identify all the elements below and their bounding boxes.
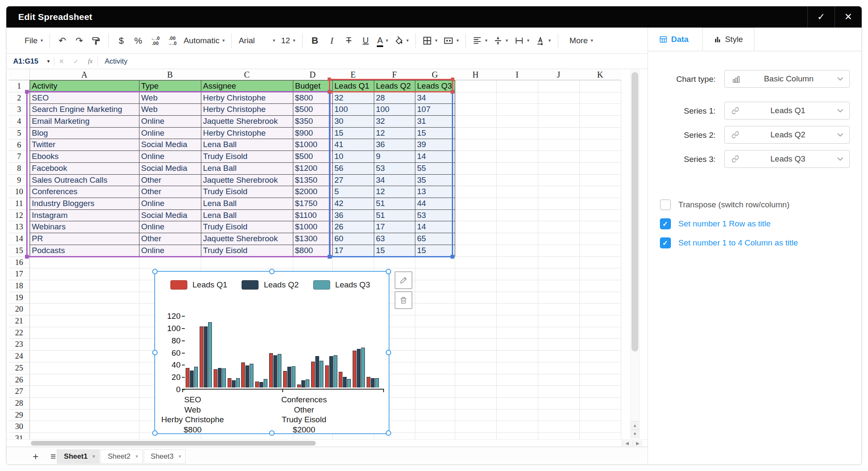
cell[interactable]: Online [139,245,201,257]
cell[interactable]: 30 [333,116,374,128]
chart-delete-button[interactable] [395,291,412,309]
cell[interactable]: Lena Ball [201,139,293,151]
row-header-7[interactable]: 7 [9,150,30,162]
number-format-dropdown[interactable]: Automatic▾ [184,32,225,49]
column-header-I[interactable]: I [496,69,538,80]
cell[interactable]: Social Media [139,210,201,222]
column-header-G[interactable]: G [415,69,455,80]
transpose-checkbox-row[interactable]: Transpose (switch row/column) [660,199,790,210]
row-header-11[interactable]: 11 [9,198,30,209]
cell[interactable]: 55 [415,163,455,175]
column-header-A[interactable]: A [30,69,139,80]
chart-resize-handle[interactable] [386,430,391,436]
paint-format-button[interactable] [91,32,102,49]
cell[interactable]: 36 [333,210,374,222]
cell[interactable]: Other [139,175,201,187]
cell[interactable]: Type [139,81,201,92]
cell[interactable]: 32 [374,116,415,128]
row-header-17[interactable]: 17 [9,268,30,280]
cell[interactable]: 107 [415,104,455,116]
cell[interactable]: Herby Christophe [201,128,293,139]
cell[interactable]: Activity [30,81,139,92]
text-color-button[interactable]: A▾ [377,32,388,49]
row-title-checkbox-row[interactable]: ✓ Set number 1 Row as title [660,218,771,229]
cell[interactable]: Jaquette Sherebrook [201,116,293,128]
sheet-tab-3[interactable]: Sheet3▾ [144,449,186,464]
cell[interactable]: Herby Christophe [201,92,293,104]
sheet-tab-2[interactable]: Sheet2▾ [100,449,142,464]
row-header-22[interactable]: 22 [9,327,30,339]
file-menu[interactable]: File▾ [25,32,43,49]
cell[interactable]: Social Media [139,139,201,151]
cell[interactable]: Email Marketing [30,116,139,128]
redo-button[interactable]: ↷ [74,32,85,49]
cancel-entry-button[interactable]: ✕ [54,58,69,65]
chart-resize-handle[interactable] [152,350,158,355]
cell[interactable]: Blog [30,128,139,139]
chart-type-select[interactable]: Basic Column [724,70,850,88]
cell[interactable]: 53 [374,163,415,175]
cell[interactable]: 65 [415,233,455,245]
row-header-19[interactable]: 19 [9,292,30,304]
cell[interactable]: SEO [30,92,139,104]
cell[interactable]: 15 [333,128,374,139]
row-header-13[interactable]: 13 [9,221,30,233]
scroll-right-button[interactable]: ▶ [632,440,643,446]
cell[interactable]: 12 [374,186,415,198]
row-header-6[interactable]: 6 [9,139,30,151]
row-header-12[interactable]: 12 [9,209,30,221]
fill-color-button[interactable]: ▾ [394,32,409,49]
cell[interactable]: $1000 [293,221,333,233]
cell[interactable]: Other [139,186,201,198]
cell[interactable]: 13 [415,186,455,198]
undo-button[interactable]: ↶ [57,32,68,49]
row-header-28[interactable]: 28 [9,397,30,409]
cell[interactable]: 14 [415,151,455,163]
column-header-E[interactable]: E [332,69,374,80]
cell[interactable]: $1100 [293,210,333,222]
cell[interactable]: Trudy Eisold [201,221,293,233]
add-sheet-button[interactable]: + [33,451,39,463]
cell[interactable]: Leads Q3 [415,81,455,92]
cell[interactable]: 36 [374,139,415,151]
cell[interactable]: Twitter [30,139,139,151]
cell[interactable]: Leads Q2 [374,81,415,92]
vertical-align-button[interactable]: ▾ [493,32,508,49]
row-header-10[interactable]: 10 [9,186,30,198]
row-header-30[interactable]: 30 [9,421,30,432]
cell[interactable]: $1750 [293,198,333,210]
percent-format-button[interactable]: % [133,32,144,49]
cell[interactable]: 34 [374,175,415,187]
row-header-1[interactable]: 1 [9,80,30,92]
cell[interactable]: $1000 [293,139,333,151]
cell[interactable]: $500 [293,151,333,163]
cell[interactable]: 60 [333,233,374,245]
col-title-checkbox-row[interactable]: ✓ Set number 1 to 4 Column as title [660,237,798,248]
sheet-tab-1[interactable]: Sheet1▾ [57,449,100,464]
cell[interactable]: $500 [293,104,333,116]
cell[interactable]: Leads Q1 [333,81,374,92]
cell[interactable]: Industry Bloggers [30,198,139,210]
row-header-20[interactable]: 20 [9,303,30,315]
cell[interactable]: $900 [293,128,333,139]
cell[interactable]: Other [139,233,201,245]
horizontal-scrollbar-thumb[interactable] [31,441,316,446]
cell[interactable]: $1300 [293,233,333,245]
cell[interactable]: $1350 [293,175,333,187]
cell[interactable]: $800 [293,92,333,104]
row-header-8[interactable]: 8 [9,162,30,174]
cell[interactable]: Search Engine Marketing [30,104,139,116]
series-3-select[interactable]: Leads Q3 [724,150,850,168]
sheet-list-button[interactable]: ≡ [50,451,56,462]
cell[interactable]: Online [139,116,201,128]
column-header-B[interactable]: B [139,69,201,80]
row-header-9[interactable]: 9 [9,174,30,186]
cell[interactable]: Conferences [30,186,139,198]
row-header-14[interactable]: 14 [9,233,30,245]
confirm-entry-button[interactable]: ✓ [69,58,83,65]
function-button[interactable]: fx [83,58,97,65]
cell[interactable]: Trudy Eisold [201,245,293,257]
font-family-dropdown[interactable]: Arial▾ [239,32,275,49]
chart-resize-handle[interactable] [269,430,275,436]
cell[interactable]: Instagram [30,210,139,222]
